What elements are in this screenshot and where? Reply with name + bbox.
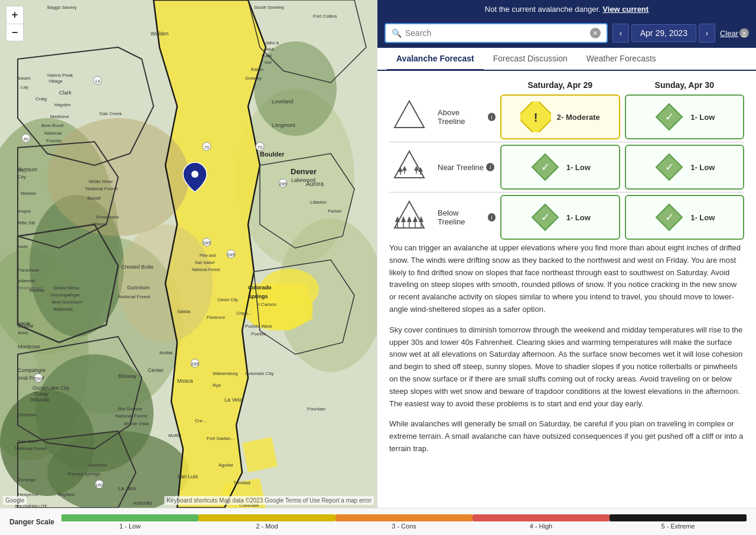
svg-text:✓: ✓ [540,161,549,173]
map-attribution: Google [3,496,27,505]
svg-text:Crested Butte: Crested Butte [121,264,154,270]
svg-text:City: City [18,174,26,180]
scale-bar-cons [335,514,472,521]
svg-text:White River: White River [89,179,113,184]
svg-text:tional: tional [262,54,272,58]
svg-text:Moffat: Moffat [159,350,173,355]
scale-text-mod: 2 - Mod [256,523,278,530]
svg-point-113 [191,171,198,178]
svg-text:70: 70 [204,145,210,150]
zoom-in-button[interactable]: + [6,6,24,24]
low-danger-diamond-4: ✓ [530,202,561,233]
svg-text:Pike and: Pike and [200,253,216,257]
near-treeline-info-icon[interactable]: i [486,163,494,171]
low-danger-diamond-5: ✓ [654,202,685,233]
svg-text:Hahns Peak: Hahns Peak [47,73,74,78]
svg-marker-165 [401,216,406,222]
date-navigation: ‹ Apr 29, 2023 › [612,24,715,43]
svg-text:40: 40 [24,136,29,142]
view-current-link[interactable]: View current [602,5,649,14]
scale-text-cons: 3 - Cons [392,523,416,530]
svg-text:Springs: Springs [248,293,268,299]
svg-text:Walsenburg: Walsenburg [213,371,237,376]
svg-text:alante: alante [18,321,31,326]
tab-forecast-discussion[interactable]: Forecast Discussion [484,48,577,71]
svg-text:Moffat: Moffat [168,433,182,438]
map-container: Hahns Peak Village Clark Walden Medicine… [0,0,377,508]
svg-text:Snowmass: Snowmass [96,214,119,220]
svg-text:Parosa Springs: Parosa Springs [68,471,100,477]
svg-text:!: ! [533,111,537,124]
svg-text:Compahgre: Compahgre [18,367,45,373]
low-danger-diamond-1: ✓ [654,102,685,132]
near-treeline-icon [392,148,433,186]
low-danger-diamond-3: ✓ [654,152,685,182]
svg-text:Denver: Denver [291,167,317,176]
next-date-button[interactable]: › [699,24,715,43]
prev-date-button[interactable]: ‹ [612,24,629,43]
above-treeline-label: Above Treeline i [438,108,496,126]
near-treeline-label-container: Near Treeline i [389,148,496,186]
svg-text:✓: ✓ [540,211,549,223]
below-treeline-label-container: Below Treeline i [389,198,496,236]
right-panel: Not the current avalanche danger. View c… [377,0,756,508]
svg-text:Fort Collins: Fort Collins [313,14,337,19]
svg-text:Fort Garlan...: Fort Garlan... [207,436,234,441]
svg-text:sade: sade [18,244,28,249]
col2-header: Sunday, Apr 30 [625,80,745,90]
tab-avalanche-forecast[interactable]: Avalanche Forecast [387,48,484,71]
svg-text:Boulder: Boulder [260,151,285,158]
below-treeline-sat-cell: ✓ 1- Low [500,195,620,240]
svg-text:Mosca: Mosca [177,378,193,384]
search-clear-button[interactable]: ✕ [590,28,601,38]
svg-text:Clark: Clark [59,90,72,96]
below-treeline-label: Below Treeline i [438,208,496,226]
map-attribution-right: Keyboard shortcuts Map data ©2023 Google… [164,496,374,505]
zoom-out-button[interactable]: − [6,24,24,41]
alert-bar: Not the current avalanche danger. View c… [377,0,756,18]
near-treeline-label: Near Treeline i [438,163,494,172]
svg-text:Rye: Rye [213,383,221,388]
clear-button[interactable]: Clear ✕ [720,28,749,38]
svg-text:Medicine: Medicine [50,114,70,119]
search-input-wrapper: 🔍 ✕ [384,23,608,43]
above-treeline-info-icon[interactable]: i [488,113,496,121]
main-area: Hahns Peak Village Clark Walden Medicine… [0,0,756,508]
svg-text:National Forest: National Forest [115,413,148,419]
danger-scale-label: Danger Scale [9,518,54,526]
scale-text-low: 1 - Low [119,523,141,530]
svg-text:Telluride: Telluride [30,397,50,403]
svg-text:550: 550 [34,376,43,381]
tab-weather-forecasts[interactable]: Weather Forecasts [577,48,666,71]
svg-text:edaredd: edaredd [18,278,35,283]
svg-text:Bow-Routt: Bow-Routt [41,123,64,128]
search-input[interactable] [405,28,586,38]
google-logo: Google [5,497,24,504]
svg-text:Uncompahgre: Uncompahgre [50,292,80,298]
scale-item-extreme: 5 - Extreme [610,514,747,530]
below-treeline-info-icon[interactable]: i [488,213,496,221]
svg-text:70: 70 [258,145,263,150]
svg-text:Canon City: Canon City [217,298,238,302]
scale-text-extreme: 5 - Extreme [662,523,695,530]
near-treeline-sun-label: 1- Low [690,163,715,172]
description-3: While avalanches will generally be small… [389,418,744,455]
svg-text:14: 14 [95,79,100,84]
above-treeline-sat-label: 2- Moderate [557,113,600,122]
svg-text:Forests: Forests [46,138,62,143]
svg-text:ibeam: ibeam [18,76,31,81]
svg-text:Lakewood: Lakewood [291,177,315,183]
svg-text:Alamosa: Alamosa [89,462,107,468]
svg-text:Ouray: Ouray [32,385,47,391]
clear-label: Clear [720,29,738,38]
svg-text:Walden: Walden [151,31,168,37]
scale-bar-mod [198,514,335,521]
below-treeline-row: Below Treeline i ✓ 1- Low [389,193,744,242]
near-treeline-sat-label: 1- Low [566,163,591,172]
scale-items: 1 - Low 2 - Mod 3 - Cons 4 - High 5 - Ex… [61,514,747,530]
scale-text-high: 4 - High [530,523,553,530]
scale-bar-high [472,514,610,521]
svg-text:National Forest: National Forest [15,446,47,451]
svg-text:Craig: Craig [35,96,47,102]
svg-text:✓: ✓ [665,211,674,223]
